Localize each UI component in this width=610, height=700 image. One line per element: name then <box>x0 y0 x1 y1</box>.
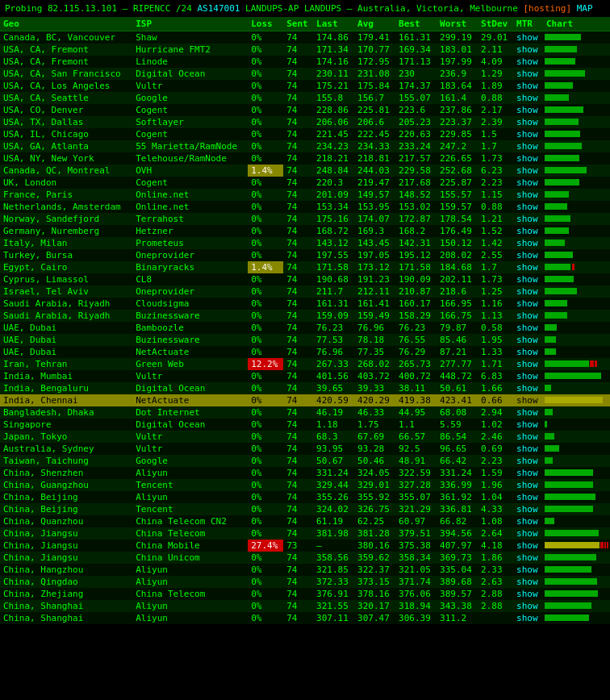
cell-mtr[interactable]: show <box>513 370 543 382</box>
cell-loss: 0% <box>248 152 283 165</box>
cell-mtr[interactable]: show <box>513 152 543 165</box>
cell-mtr[interactable]: show <box>513 479 543 491</box>
cell-mtr[interactable]: show <box>513 419 543 431</box>
cell-stdev: 2.39 <box>478 116 513 128</box>
cell-mtr[interactable]: show <box>513 600 543 612</box>
cell-stdev: 2.55 <box>478 249 513 261</box>
cell-last: 46.19 <box>313 406 354 419</box>
table-row: Italy, Milan Prometeus 0% 74 143.12 143.… <box>0 237 610 249</box>
cell-mtr[interactable]: show <box>513 310 543 322</box>
cell-mtr[interactable]: show <box>513 394 543 406</box>
table-row: USA, CA, Los Angeles Vultr 0% 74 175.21 … <box>0 80 610 92</box>
cell-mtr[interactable]: show <box>513 382 543 394</box>
cell-isp: Cogent <box>132 128 248 140</box>
cell-chart <box>543 116 610 128</box>
cell-mtr[interactable]: show <box>513 213 543 225</box>
cell-mtr[interactable]: show <box>513 527 543 540</box>
cell-last: 228.86 <box>313 104 354 116</box>
cell-mtr[interactable]: show <box>513 128 543 140</box>
cell-mtr[interactable]: show <box>513 237 543 249</box>
cell-loss: 0% <box>248 285 283 298</box>
cell-mtr[interactable]: show <box>513 140 543 152</box>
cell-best: 217.57 <box>395 152 437 165</box>
cell-last: 50.67 <box>313 455 354 467</box>
table-row: USA, CA, Seattle Google 0% 74 155.8 156.… <box>0 92 610 104</box>
cell-avg: 329.01 <box>354 479 395 491</box>
cell-chart <box>543 68 610 80</box>
cell-mtr[interactable]: show <box>513 165 543 177</box>
cell-mtr[interactable]: show <box>513 540 543 552</box>
cell-mtr[interactable]: show <box>513 201 543 213</box>
hosting-label[interactable]: [hosting] <box>523 3 571 14</box>
cell-mtr[interactable]: show <box>513 31 543 44</box>
cell-mtr[interactable]: show <box>513 92 543 104</box>
cell-mtr[interactable]: show <box>513 322 543 334</box>
cell-mtr[interactable]: show <box>513 44 543 56</box>
as-name: LANDUPS-AP LANDUPS – Australia, Victoria… <box>240 3 523 14</box>
cell-isp: Dot Internet <box>132 406 248 419</box>
cell-mtr[interactable]: show <box>513 564 543 576</box>
cell-best: 210.87 <box>395 285 437 298</box>
cell-avg: 169.3 <box>354 225 395 237</box>
cell-mtr[interactable]: show <box>513 467 543 479</box>
cell-sent: 74 <box>283 140 313 152</box>
cell-stdev: 1.71 <box>478 358 513 370</box>
cell-geo: Egypt, Cairo <box>0 261 132 273</box>
cell-mtr[interactable]: show <box>513 249 543 261</box>
cell-mtr[interactable]: show <box>513 298 543 310</box>
cell-isp: Digital Ocean <box>132 382 248 394</box>
cell-mtr[interactable]: show <box>513 177 543 189</box>
table-row: Australia, Sydney Vultr 0% 74 93.95 93.2… <box>0 443 610 455</box>
cell-mtr[interactable]: show <box>513 503 543 515</box>
cell-avg: 175.84 <box>354 80 395 92</box>
cell-mtr[interactable]: show <box>513 80 543 92</box>
cell-mtr[interactable]: show <box>513 285 543 298</box>
table-row: China, Shanghai Aliyun 0% 74 321.55 320.… <box>0 600 610 612</box>
cell-last: 358.56 <box>313 552 354 564</box>
table-row: Norway, Sandefjord Terrahost 0% 74 175.1… <box>0 213 610 225</box>
cell-mtr[interactable]: show <box>513 431 543 443</box>
cell-mtr[interactable]: show <box>513 104 543 116</box>
cell-geo: USA, CO, Denver <box>0 104 132 116</box>
cell-chart <box>543 491 610 503</box>
table-row: Saudi Arabia, Riyadh Buzinessware 0% 74 … <box>0 310 610 322</box>
cell-mtr[interactable]: show <box>513 358 543 370</box>
cell-isp: Online.net <box>132 201 248 213</box>
cell-mtr[interactable]: show <box>513 515 543 527</box>
cell-mtr[interactable]: show <box>513 116 543 128</box>
cell-mtr[interactable]: show <box>513 552 543 564</box>
cell-loss: 0% <box>248 394 283 406</box>
cell-mtr[interactable]: show <box>513 588 543 600</box>
cell-sent: 74 <box>283 213 313 225</box>
cell-mtr[interactable]: show <box>513 68 543 80</box>
cell-mtr[interactable]: show <box>513 189 543 201</box>
cell-isp: China Telecom <box>132 527 248 540</box>
cell-mtr[interactable]: show <box>513 455 543 467</box>
cell-worst: 223.37 <box>437 116 478 128</box>
cell-mtr[interactable]: show <box>513 225 543 237</box>
cell-mtr[interactable]: show <box>513 334 543 346</box>
cell-sent: 74 <box>283 564 313 576</box>
cell-mtr[interactable]: show <box>513 273 543 285</box>
table-row: USA, CA, Fremont Hurricane FMT2 0% 74 17… <box>0 44 610 56</box>
cell-mtr[interactable]: show <box>513 491 543 503</box>
cell-loss: 0% <box>248 479 283 491</box>
cell-sent: 74 <box>283 491 313 503</box>
map-link[interactable]: MAP <box>577 3 593 14</box>
cell-mtr[interactable]: show <box>513 56 543 68</box>
cell-geo: Turkey, Bursa <box>0 249 132 261</box>
cell-mtr[interactable]: show <box>513 406 543 419</box>
cell-mtr[interactable]: show <box>513 346 543 358</box>
cell-mtr[interactable]: show <box>513 612 543 624</box>
cell-mtr[interactable]: show <box>513 443 543 455</box>
cell-last: 159.09 <box>313 310 354 322</box>
cell-mtr[interactable]: show <box>513 576 543 588</box>
cell-loss: 0% <box>248 346 283 358</box>
cell-isp: NetActuate <box>132 394 248 406</box>
cell-chart <box>543 177 610 189</box>
cell-mtr[interactable]: show <box>513 261 543 273</box>
cell-last: 153.34 <box>313 201 354 213</box>
asn-link[interactable]: AS147001 <box>197 3 240 14</box>
cell-best: 233.24 <box>395 140 437 152</box>
cell-geo: Australia, Sydney <box>0 443 132 455</box>
